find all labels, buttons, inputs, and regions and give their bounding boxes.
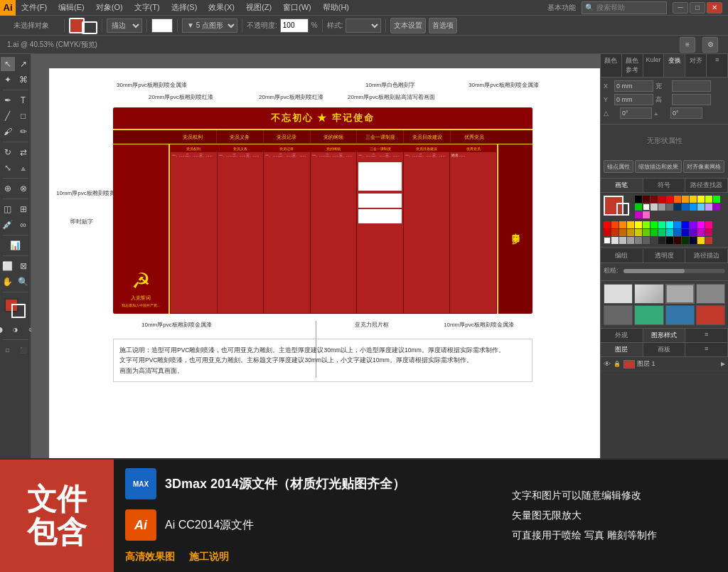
style-box-4[interactable] xyxy=(696,284,725,304)
color-swatch[interactable] xyxy=(713,196,720,203)
cs[interactable] xyxy=(643,221,650,228)
stroke-width-input[interactable] xyxy=(151,18,173,33)
direct-select-tool[interactable]: ↗ xyxy=(16,57,31,71)
color-swatch[interactable] xyxy=(666,203,673,211)
tab-color-ref[interactable]: 颜色参考 xyxy=(622,54,643,77)
angle-input[interactable] xyxy=(620,107,652,119)
eyedropper-tool[interactable]: 💉 xyxy=(1,218,15,232)
cs[interactable] xyxy=(666,221,673,228)
cs[interactable] xyxy=(627,229,634,236)
cs[interactable] xyxy=(611,229,619,236)
style-box-1[interactable] xyxy=(604,284,633,304)
color-swatch[interactable] xyxy=(674,196,681,203)
cs[interactable] xyxy=(658,229,665,236)
gradient-tool[interactable]: ◫ xyxy=(1,202,15,216)
cs[interactable] xyxy=(651,221,658,228)
cs[interactable] xyxy=(627,221,634,228)
style-box-2[interactable] xyxy=(634,284,663,304)
cs[interactable] xyxy=(690,221,697,228)
style-select[interactable] xyxy=(346,18,381,33)
tab-artboard[interactable]: 画板 xyxy=(643,343,686,356)
normal-view-btn[interactable]: □ xyxy=(1,343,15,357)
cs[interactable] xyxy=(619,237,626,244)
color-swatch[interactable] xyxy=(658,196,665,203)
tab-kuler[interactable]: Kuler xyxy=(643,54,665,77)
cs[interactable] xyxy=(705,221,712,228)
points-select[interactable]: ▼ 5 点图形 xyxy=(182,18,237,33)
color-swatch[interactable] xyxy=(658,203,665,211)
color-swatch[interactable] xyxy=(674,203,681,211)
full-screen-btn[interactable]: ⬛ xyxy=(16,343,31,357)
menu-file[interactable]: 文件(F) xyxy=(16,1,53,14)
stroke-swatch[interactable] xyxy=(11,304,26,318)
cs[interactable] xyxy=(619,221,626,228)
cs[interactable] xyxy=(643,229,650,236)
menu-view[interactable]: 视图(Z) xyxy=(240,1,277,14)
maximize-btn[interactable]: □ xyxy=(690,2,705,14)
minimize-btn[interactable]: ─ xyxy=(673,2,688,14)
layer-lock-icon[interactable]: 🔒 xyxy=(613,361,621,367)
color-swatch[interactable] xyxy=(651,196,658,203)
width-input[interactable] xyxy=(672,80,711,92)
color-swatch[interactable] xyxy=(643,196,650,203)
cs[interactable] xyxy=(658,237,665,244)
slice-tool[interactable]: ⊠ xyxy=(16,259,31,273)
mesh-tool[interactable]: ⊞ xyxy=(16,202,31,216)
live-paint-tool[interactable]: ⊗ xyxy=(16,181,31,196)
cs[interactable] xyxy=(705,237,712,244)
cs[interactable] xyxy=(697,221,705,228)
cs[interactable] xyxy=(674,237,681,244)
blend-tool[interactable]: ∞ xyxy=(16,218,31,232)
tab-color[interactable]: 颜色 xyxy=(601,54,622,77)
shear-tool[interactable]: ⟁ xyxy=(16,161,31,175)
cs[interactable] xyxy=(604,221,611,228)
cs[interactable] xyxy=(651,229,658,236)
cs[interactable] xyxy=(682,237,689,244)
paint-brush-tool[interactable]: 🖌 xyxy=(1,125,15,139)
style-box-8[interactable] xyxy=(696,305,725,325)
gradient-mode-btn[interactable]: ◑ xyxy=(9,322,23,337)
tab-transform[interactable]: 变换 xyxy=(664,54,685,77)
menu-effect[interactable]: 效果(X) xyxy=(203,1,240,14)
line-tool[interactable]: ╱ xyxy=(1,109,15,123)
color-swatch[interactable] xyxy=(635,211,642,218)
tab-appearance[interactable]: 外观 xyxy=(601,329,643,342)
color-swatch[interactable] xyxy=(690,196,697,203)
color-swatch[interactable] xyxy=(682,196,689,203)
rotate-tool[interactable]: ↻ xyxy=(1,145,15,159)
cs[interactable] xyxy=(619,229,626,236)
style-box-3[interactable] xyxy=(665,284,695,304)
cs[interactable] xyxy=(635,237,642,244)
cs[interactable] xyxy=(658,221,665,228)
tab-more[interactable]: ≡ xyxy=(707,54,728,77)
column-graph-tool[interactable]: 📊 xyxy=(9,238,23,253)
menu-text[interactable]: 文字(T) xyxy=(129,1,166,14)
cs[interactable] xyxy=(611,237,619,244)
tab-pathfinder[interactable]: 路径查找器 xyxy=(685,179,728,192)
rect-tool[interactable]: □ xyxy=(16,109,31,123)
menu-edit[interactable]: 编辑(E) xyxy=(53,1,90,14)
settings-btn2[interactable]: ⚙ xyxy=(702,37,718,53)
select-tool[interactable]: ↖ xyxy=(1,57,15,71)
color-swatch[interactable] xyxy=(697,203,705,211)
cs[interactable] xyxy=(682,221,689,228)
tab-transparency[interactable]: 透明度 xyxy=(643,249,686,263)
stroke-color-btn[interactable] xyxy=(82,21,97,34)
cs[interactable] xyxy=(651,237,658,244)
color-swatch[interactable] xyxy=(666,196,673,203)
menu-help[interactable]: 帮助(H) xyxy=(317,1,355,14)
align-pixel-btn[interactable]: 对齐像素网格 xyxy=(683,160,724,173)
cs[interactable] xyxy=(635,221,642,228)
style-box-5[interactable] xyxy=(604,305,633,325)
color-swatch[interactable] xyxy=(643,211,650,218)
color-swatch[interactable] xyxy=(651,203,658,211)
color-swatch[interactable] xyxy=(635,203,642,211)
cs[interactable] xyxy=(604,237,611,244)
color-swatch[interactable] xyxy=(682,203,689,211)
cs[interactable] xyxy=(643,237,650,244)
cs[interactable] xyxy=(705,229,712,236)
color-swatch[interactable] xyxy=(705,203,712,211)
tab-path-stroke[interactable]: 路径描边 xyxy=(685,249,728,263)
scale-tool[interactable]: ⤡ xyxy=(1,161,15,175)
cs[interactable] xyxy=(697,237,705,244)
